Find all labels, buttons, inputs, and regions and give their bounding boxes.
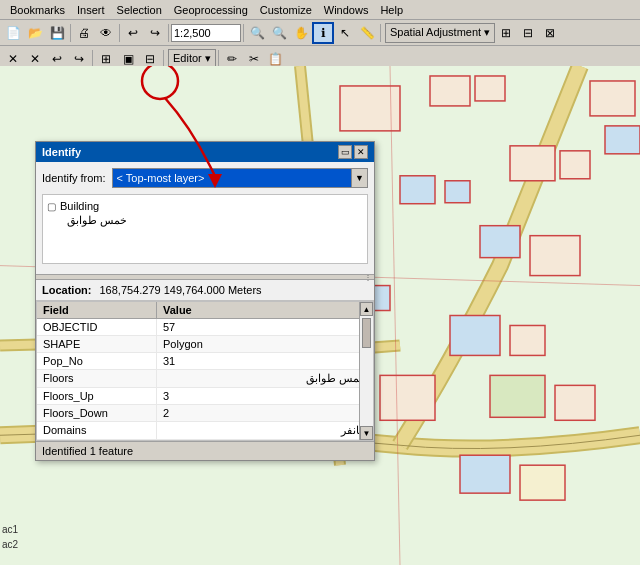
location-row: Location: 168,754.279 149,764.000 Meters (36, 280, 374, 301)
cell-field: Floors (37, 370, 157, 387)
spatial-tool-1[interactable]: ⊞ (495, 22, 517, 44)
sep1 (70, 24, 71, 42)
menu-bar: Bookmarks Insert Selection Geoprocessing… (0, 0, 640, 20)
table-row[interactable]: Floors_Down 2 (37, 405, 373, 422)
zoom-in-btn[interactable]: 🔍 (246, 22, 268, 44)
sep5 (380, 24, 381, 42)
cell-field: Pop_No (37, 353, 157, 369)
undo-btn[interactable]: ↩ (122, 22, 144, 44)
identify-dialog: Identify ▭ ✕ Identify from: < Top-most l… (35, 141, 375, 461)
select-btn[interactable]: ↖ (334, 22, 356, 44)
identify-from-label: Identify from: (42, 172, 106, 184)
tree-parent-label: Building (60, 200, 99, 212)
toolbar-row-1: 📄 📂 💾 🖨 👁 ↩ ↪ 🔍 🔍 ✋ ℹ ↖ 📏 Spatial Adjust… (0, 20, 640, 46)
svg-rect-5 (445, 181, 470, 203)
editor-label: Editor ▾ (173, 52, 211, 65)
svg-rect-10 (450, 316, 500, 356)
scroll-down-btn[interactable]: ▼ (360, 426, 373, 440)
table-row[interactable]: Pop_No 31 (37, 353, 373, 370)
sep2 (119, 24, 120, 42)
open-btn[interactable]: 📂 (24, 22, 46, 44)
spatial-adjustment-menu[interactable]: Spatial Adjustment ▾ (385, 23, 495, 43)
new-btn[interactable]: 📄 (2, 22, 24, 44)
table-row[interactable]: SHAPE Polygon (37, 336, 373, 353)
preview-btn[interactable]: 👁 (95, 22, 117, 44)
map-area[interactable]: Identify ▭ ✕ Identify from: < Top-most l… (0, 66, 640, 565)
spatial-tool-2[interactable]: ⊟ (517, 22, 539, 44)
svg-rect-11 (510, 325, 545, 355)
dialog-restore-btn[interactable]: ▭ (338, 145, 352, 159)
dialog-titlebar: Identify ▭ ✕ (36, 142, 374, 162)
save-btn[interactable]: 💾 (46, 22, 68, 44)
svg-rect-3 (475, 76, 505, 101)
location-label: Location: (42, 284, 92, 296)
dialog-body: Identify from: < Top-most layer> ▼ ▢ Bui… (36, 162, 374, 274)
scroll-thumb[interactable] (362, 318, 371, 348)
table-rows: OBJECTID 57 SHAPE Polygon Pop_No 31 Floo… (37, 319, 373, 440)
cell-field: Floors_Down (37, 405, 157, 421)
svg-rect-14 (460, 455, 510, 493)
svg-rect-19 (605, 126, 640, 154)
cell-value: 2 (157, 405, 373, 421)
tree-child-item[interactable]: خمس طوابق (47, 213, 363, 228)
identify-from-row: Identify from: < Top-most layer> ▼ (42, 168, 368, 188)
col-value: Value (157, 302, 373, 318)
svg-rect-12 (490, 375, 545, 417)
cell-value: جانفر (157, 422, 373, 439)
cell-field: Domains (37, 422, 157, 439)
cell-value: 31 (157, 353, 373, 369)
menu-customize[interactable]: Customize (254, 2, 318, 18)
cell-value: 57 (157, 319, 373, 335)
sep3 (168, 24, 169, 42)
menu-help[interactable]: Help (374, 2, 409, 18)
svg-rect-4 (400, 176, 435, 204)
tree-parent-item[interactable]: ▢ Building (47, 199, 363, 213)
svg-rect-2 (430, 76, 470, 106)
tree-area: ▢ Building خمس طوابق (42, 194, 368, 264)
cell-value: 3 (157, 388, 373, 404)
menu-windows[interactable]: Windows (318, 2, 375, 18)
expand-icon: ▢ (47, 201, 56, 212)
identify-btn[interactable]: ℹ (312, 22, 334, 44)
sep7 (163, 50, 164, 68)
scroll-up-btn[interactable]: ▲ (360, 302, 373, 316)
identify-from-dropdown[interactable]: ▼ (352, 168, 368, 188)
svg-rect-15 (520, 465, 565, 500)
svg-rect-6 (510, 146, 555, 181)
zoom-input[interactable] (171, 24, 241, 42)
table-row[interactable]: Floors خمس طوابق (37, 370, 373, 388)
redo-btn[interactable]: ↪ (144, 22, 166, 44)
spatial-tool-3[interactable]: ⊠ (539, 22, 561, 44)
dialog-controls: ▭ ✕ (338, 145, 368, 159)
panel-marker-2: ac2 (2, 539, 18, 550)
measure-btn[interactable]: 📏 (356, 22, 378, 44)
table-row[interactable]: OBJECTID 57 (37, 319, 373, 336)
sep8 (218, 50, 219, 68)
cell-field: SHAPE (37, 336, 157, 352)
menu-selection[interactable]: Selection (111, 2, 168, 18)
menu-bookmarks[interactable]: Bookmarks (4, 2, 71, 18)
attribute-table: Field Value OBJECTID 57 SHAPE Polygon Po… (36, 301, 374, 441)
menu-insert[interactable]: Insert (71, 2, 111, 18)
menu-geoprocessing[interactable]: Geoprocessing (168, 2, 254, 18)
cell-value: Polygon (157, 336, 373, 352)
zoom-out-btn[interactable]: 🔍 (268, 22, 290, 44)
scroll-track (360, 316, 373, 426)
table-header: Field Value (37, 302, 373, 319)
status-text: Identified 1 feature (42, 445, 133, 457)
spatial-adj-label: Spatial Adjustment ▾ (390, 26, 490, 39)
print-btn[interactable]: 🖨 (73, 22, 95, 44)
table-row[interactable]: Domains جانفر (37, 422, 373, 440)
location-value: 168,754.279 149,764.000 Meters (100, 284, 262, 296)
pan-btn[interactable]: ✋ (290, 22, 312, 44)
identify-from-select[interactable]: < Top-most layer> (112, 168, 352, 188)
svg-rect-13 (555, 385, 595, 420)
sep6 (92, 50, 93, 68)
cell-value: خمس طوابق (157, 370, 373, 387)
svg-rect-9 (530, 236, 580, 276)
table-row[interactable]: Floors_Up 3 (37, 388, 373, 405)
cell-field: Floors_Up (37, 388, 157, 404)
dialog-status: Identified 1 feature (36, 441, 374, 460)
table-scrollbar[interactable]: ▲ ▼ (359, 302, 373, 440)
dialog-close-btn[interactable]: ✕ (354, 145, 368, 159)
